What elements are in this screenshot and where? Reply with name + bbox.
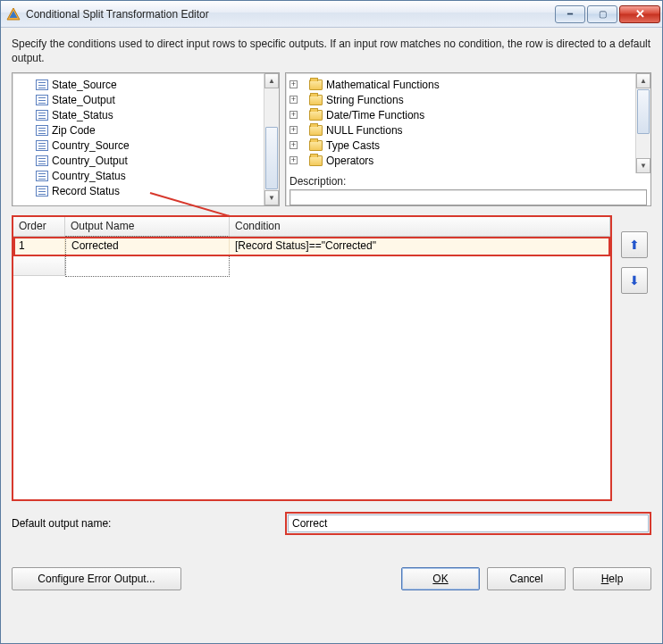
column-item[interactable]: Zip Code <box>14 122 262 138</box>
scroll-down-button[interactable]: ▼ <box>264 190 279 205</box>
ok-button[interactable]: OK <box>401 567 480 590</box>
expand-icon[interactable]: + <box>290 111 298 119</box>
expand-icon[interactable]: + <box>290 96 298 104</box>
tree-label: Operators <box>326 155 373 167</box>
expand-icon[interactable]: + <box>290 141 298 149</box>
close-button[interactable]: ✕ <box>619 5 660 23</box>
move-down-button[interactable]: ⬇ <box>621 267 648 294</box>
table-row-empty[interactable] <box>13 256 610 276</box>
scroll-up-button[interactable]: ▲ <box>264 73 279 88</box>
column-icon <box>36 125 48 136</box>
dialog-body: Specify the conditions used to direct in… <box>1 28 662 643</box>
expand-icon[interactable]: + <box>290 80 298 88</box>
column-icon <box>36 110 48 121</box>
column-icon <box>36 171 48 181</box>
tree-label: Type Casts <box>326 139 380 152</box>
annotation-input-highlight <box>285 512 651 535</box>
description-box[interactable] <box>290 189 647 205</box>
cell-output-name[interactable]: Corrected <box>65 236 230 256</box>
expand-icon[interactable]: + <box>290 126 298 134</box>
columns-list: State_Source State_Output State_Status Z… <box>13 73 264 205</box>
column-label: State_Status <box>52 109 113 121</box>
folder-icon <box>309 155 323 166</box>
column-icon <box>36 95 48 105</box>
folder-icon <box>309 140 323 151</box>
functions-scrollbar[interactable]: ▲ ▼ <box>635 73 650 173</box>
conditions-grid[interactable]: Order Output Name Condition 1 Corrected … <box>12 215 612 501</box>
tree-label: Mathematical Functions <box>326 79 440 91</box>
functions-tree: +Mathematical Functions +String Function… <box>286 73 635 173</box>
tree-item[interactable]: +Date/Time Functions <box>288 107 634 122</box>
default-output-input[interactable] <box>288 514 649 532</box>
folder-icon <box>309 95 323 105</box>
folder-icon <box>309 125 323 136</box>
column-icon <box>36 140 48 151</box>
conditions-area: Order Output Name Condition 1 Corrected … <box>12 215 651 501</box>
folder-icon <box>309 110 323 121</box>
column-label: Country_Output <box>52 155 128 167</box>
minimize-button[interactable]: ━ <box>555 5 585 23</box>
ok-label: OK <box>432 573 448 585</box>
columns-scrollbar[interactable]: ▲ ▼ <box>264 73 279 205</box>
column-icon <box>36 79 48 90</box>
scroll-thumb[interactable] <box>265 127 278 189</box>
functions-pane[interactable]: +Mathematical Functions +String Function… <box>285 72 651 206</box>
description-label: Description: <box>290 175 647 188</box>
folder-icon <box>309 79 323 90</box>
window-buttons: ━ ▢ ✕ <box>553 5 660 23</box>
column-label: Record Status <box>52 185 120 197</box>
column-label: State_Output <box>52 94 115 106</box>
column-item[interactable]: Record Status <box>14 183 262 198</box>
column-item[interactable]: Country_Output <box>14 153 262 168</box>
tree-label: Date/Time Functions <box>326 109 424 121</box>
default-output-row: Default output name: <box>12 512 651 535</box>
tree-item[interactable]: +Operators <box>288 153 634 168</box>
help-label: Help <box>601 573 624 585</box>
maximize-button[interactable]: ▢ <box>587 5 617 23</box>
tree-item[interactable]: +Type Casts <box>288 138 634 153</box>
cell-output-name-empty[interactable] <box>65 255 230 277</box>
cell-order-empty[interactable] <box>13 256 65 276</box>
configure-error-output-button[interactable]: Configure Error Output... <box>12 567 181 590</box>
column-item[interactable]: State_Status <box>14 107 262 122</box>
help-button[interactable]: Help <box>573 567 651 590</box>
cancel-button[interactable]: Cancel <box>487 567 566 590</box>
app-icon <box>6 7 21 21</box>
tree-label: String Functions <box>326 94 404 106</box>
column-item[interactable]: State_Output <box>14 92 262 107</box>
move-up-button[interactable]: ⬆ <box>621 231 648 258</box>
scroll-thumb[interactable] <box>637 89 650 134</box>
column-label: Country_Source <box>52 139 130 152</box>
header-order[interactable]: Order <box>13 217 65 236</box>
column-label: Zip Code <box>52 124 96 137</box>
columns-pane[interactable]: State_Source State_Output State_Status Z… <box>12 72 280 206</box>
column-item[interactable]: Country_Status <box>14 168 262 183</box>
scroll-up-button[interactable]: ▲ <box>636 73 650 88</box>
column-item[interactable]: Country_Source <box>14 138 262 153</box>
description-area: Description: <box>286 173 650 207</box>
bottom-buttons: Configure Error Output... OK Cancel Help <box>12 567 651 590</box>
table-row[interactable]: 1 Corrected [Record Status]=="Corrected" <box>13 237 610 256</box>
cell-order[interactable]: 1 <box>13 237 65 255</box>
tree-item[interactable]: +Mathematical Functions <box>288 77 634 92</box>
header-condition[interactable]: Condition <box>230 217 610 236</box>
column-icon <box>36 186 48 197</box>
tree-item[interactable]: +String Functions <box>288 92 634 107</box>
column-icon <box>36 155 48 166</box>
expand-icon[interactable]: + <box>290 156 298 164</box>
titlebar: Conditional Split Transformation Editor … <box>1 1 662 28</box>
default-output-label: Default output name: <box>12 517 280 530</box>
window-title: Conditional Split Transformation Editor <box>26 8 553 21</box>
tree-label: NULL Functions <box>326 124 403 137</box>
grid-header: Order Output Name Condition <box>13 217 610 237</box>
dialog-window: Conditional Split Transformation Editor … <box>0 0 663 644</box>
cell-condition[interactable]: [Record Status]=="Corrected" <box>230 237 610 255</box>
column-label: State_Source <box>52 79 117 91</box>
header-output-name[interactable]: Output Name <box>65 217 230 236</box>
scroll-down-button[interactable]: ▼ <box>636 158 650 173</box>
column-item[interactable]: State_Source <box>14 77 262 92</box>
column-label: Country_Status <box>52 170 126 182</box>
tree-item[interactable]: +NULL Functions <box>288 122 634 138</box>
upper-panes: State_Source State_Output State_Status Z… <box>12 72 651 206</box>
instruction-text: Specify the conditions used to direct in… <box>12 37 651 65</box>
